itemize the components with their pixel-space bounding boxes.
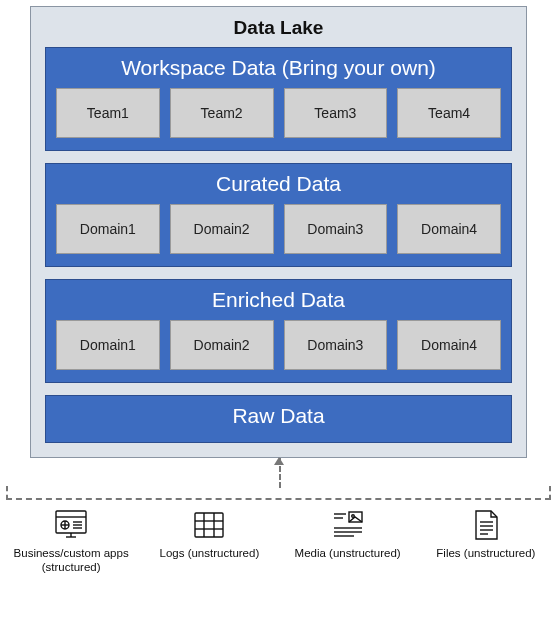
flow-arrow [30, 458, 527, 488]
zone-boxes: Domain1 Domain2 Domain3 Domain4 [56, 204, 501, 254]
team-box: Team2 [170, 88, 274, 138]
source-media: Media (unstructured) [283, 508, 413, 575]
domain-box: Domain1 [56, 204, 160, 254]
source-label: Files (unstructured) [436, 546, 535, 560]
logs-icon [189, 508, 229, 542]
source-logs: Logs (unstructured) [144, 508, 274, 575]
media-icon [328, 508, 368, 542]
zone-title: Raw Data [56, 404, 501, 428]
domain-box: Domain4 [397, 204, 501, 254]
domain-box: Domain3 [284, 204, 388, 254]
domain-box: Domain2 [170, 204, 274, 254]
data-lake-container: Data Lake Workspace Data (Bring your own… [30, 6, 527, 458]
zone-boxes: Domain1 Domain2 Domain3 Domain4 [56, 320, 501, 370]
zone-title: Enriched Data [56, 288, 501, 312]
svg-point-18 [351, 515, 354, 518]
data-lake-title: Data Lake [45, 17, 512, 39]
zone-boxes: Team1 Team2 Team3 Team4 [56, 88, 501, 138]
source-label: Media (unstructured) [295, 546, 401, 560]
files-icon [466, 508, 506, 542]
svg-rect-10 [195, 513, 223, 537]
source-files: Files (unstructured) [421, 508, 551, 575]
zone-curated: Curated Data Domain1 Domain2 Domain3 Dom… [45, 163, 512, 267]
source-label: Logs (unstructured) [160, 546, 260, 560]
sources-bracket [6, 486, 551, 500]
domain-box: Domain1 [56, 320, 160, 370]
source-apps: Business/custom apps (structured) [6, 508, 136, 575]
zone-raw: Raw Data [45, 395, 512, 443]
zone-title: Workspace Data (Bring your own) [56, 56, 501, 80]
domain-box: Domain3 [284, 320, 388, 370]
source-label: Business/custom apps (structured) [6, 546, 136, 575]
sources-row: Business/custom apps (structured) Logs (… [6, 508, 551, 575]
arrow-line [279, 458, 281, 488]
team-box: Team1 [56, 88, 160, 138]
zone-title: Curated Data [56, 172, 501, 196]
zone-enriched: Enriched Data Domain1 Domain2 Domain3 Do… [45, 279, 512, 383]
domain-box: Domain4 [397, 320, 501, 370]
team-box: Team4 [397, 88, 501, 138]
zone-workspace: Workspace Data (Bring your own) Team1 Te… [45, 47, 512, 151]
team-box: Team3 [284, 88, 388, 138]
domain-box: Domain2 [170, 320, 274, 370]
apps-icon [51, 508, 91, 542]
